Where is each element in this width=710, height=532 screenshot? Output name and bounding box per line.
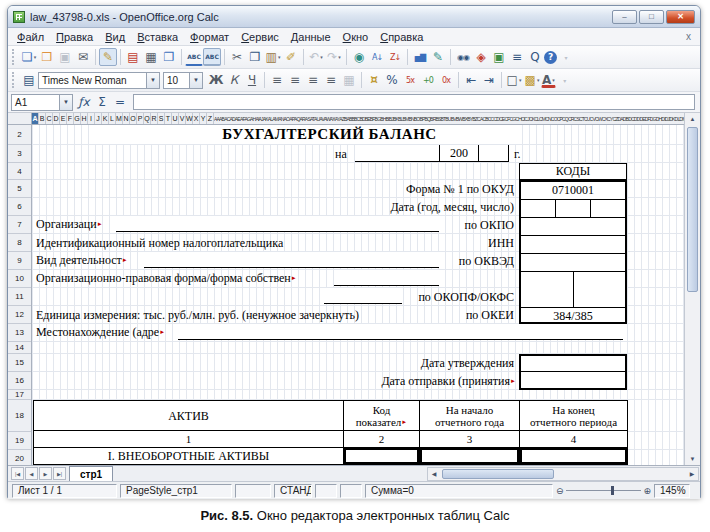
align-right-icon[interactable]: ≡ [304, 71, 322, 89]
row-header-12[interactable]: 12 [8, 306, 31, 324]
zoom-icon[interactable]: Q [526, 48, 544, 66]
row-header-20[interactable]: 20 [8, 450, 31, 465]
scroll-down-icon[interactable]: ▼ [685, 453, 700, 465]
column-header-X[interactable]: X [193, 113, 200, 124]
email-icon[interactable]: ✉ [74, 48, 92, 66]
inn-code-cell[interactable] [521, 236, 625, 254]
column-header-U[interactable]: U [172, 113, 179, 124]
location-blank-field[interactable] [178, 324, 623, 340]
increase-indent-icon[interactable]: ⇥ [480, 71, 498, 89]
font-name-combo[interactable]: Times New Roman ▼ [38, 72, 160, 89]
menu-Правка[interactable]: Правка [50, 30, 99, 44]
hyperlink-icon[interactable]: ◉ [350, 48, 368, 66]
column-header-R[interactable]: R [151, 113, 158, 124]
navigator-icon[interactable]: ◈ [472, 48, 490, 66]
last-sheet-button[interactable]: ▶| [53, 467, 66, 480]
minimize-button[interactable]: – [612, 10, 637, 24]
column-header-N[interactable]: N [123, 113, 130, 124]
menu-Вставка[interactable]: Вставка [131, 30, 184, 44]
spellcheck-icon[interactable]: ABC [185, 48, 203, 66]
previous-sheet-button[interactable]: ◀ [25, 467, 38, 480]
column-headers-extended[interactable]: AAABACADAEAFAGAHAIAJAKALAMANAOAPAQARASAT… [214, 113, 684, 124]
row-header-18[interactable]: 18 [8, 400, 31, 432]
find-replace-icon[interactable]: ◉◉ [454, 48, 472, 66]
number-format-currency-icon[interactable]: ¤ [365, 71, 383, 89]
edit-file-icon[interactable]: ✎ [99, 48, 117, 66]
sheet-tab-str1[interactable]: стр1 [69, 466, 113, 481]
background-color-icon[interactable]: ▩▾ [523, 71, 541, 89]
column-header-P[interactable]: P [137, 113, 144, 124]
row-header-2[interactable]: 2 [8, 125, 31, 145]
okud-code-cell[interactable]: 0710001 [521, 182, 625, 200]
year-cell[interactable]: 200 [439, 145, 479, 162]
row-header-5[interactable]: 5 [8, 180, 31, 198]
document-close-icon[interactable]: х [680, 31, 697, 42]
number-format-standard-icon[interactable]: 5x [401, 71, 419, 89]
date-code-cell[interactable] [521, 200, 625, 218]
italic-icon[interactable]: К [225, 71, 243, 89]
delete-decimal-icon[interactable]: 0x [437, 71, 455, 89]
help-icon[interactable]: ? [544, 51, 557, 64]
auto-spellcheck-icon[interactable]: ABC [203, 48, 221, 66]
column-header-A[interactable]: A [32, 113, 39, 124]
scroll-up-icon[interactable]: ▲ [685, 113, 700, 125]
function-wizard-icon[interactable]: ƒx [75, 93, 93, 111]
font-color-icon[interactable]: A▾ [541, 74, 556, 88]
merge-cells-icon[interactable]: ▦ [340, 71, 358, 89]
sending-date-cell[interactable] [521, 372, 625, 388]
row-header-10[interactable]: 10 [8, 270, 31, 288]
select-all-corner[interactable] [8, 113, 32, 125]
undo-icon[interactable]: ↶▾ [307, 48, 325, 66]
column-header-T[interactable]: T [165, 113, 172, 124]
page-preview-icon[interactable]: ❐ [160, 48, 178, 66]
column-header-W[interactable]: W [186, 113, 193, 124]
table-cell-code[interactable] [344, 448, 420, 465]
format-paintbrush-icon[interactable]: ✐ [282, 48, 300, 66]
row-header-3[interactable]: 3 [8, 145, 31, 163]
zoom-slider-handle[interactable] [611, 486, 614, 495]
column-header-Y[interactable]: Y [200, 113, 207, 124]
row-header-13[interactable]: 13 [8, 324, 31, 342]
year-suffix-blank[interactable] [479, 145, 509, 162]
toolbar-overflow-icon[interactable]: ▾ [557, 48, 575, 66]
align-left-icon[interactable]: ≡ [268, 71, 286, 89]
column-header-L[interactable]: L [109, 113, 116, 124]
organization-blank-field[interactable] [116, 216, 439, 232]
decrease-indent-icon[interactable]: ⇤ [462, 71, 480, 89]
open-folder-icon[interactable]: ❒ [38, 48, 56, 66]
draw-functions-icon[interactable]: ✎ [429, 48, 447, 66]
menu-Данные[interactable]: Данные [285, 30, 337, 44]
sort-descending-icon[interactable]: Z↓ [386, 48, 404, 66]
column-header-Z[interactable]: Z [207, 113, 214, 124]
sort-ascending-icon[interactable]: A↓ [368, 48, 386, 66]
okved-code-cell[interactable] [521, 254, 625, 272]
menu-Вид[interactable]: Вид [99, 30, 131, 44]
gallery-icon[interactable]: ▣ [490, 48, 508, 66]
underline-icon[interactable]: Ч [243, 71, 261, 89]
toolbar-grip[interactable] [12, 49, 16, 65]
column-header-O[interactable]: O [130, 113, 137, 124]
vertical-scroll-thumb[interactable] [687, 127, 698, 292]
paste-icon[interactable]: ▥▾ [264, 48, 282, 66]
menu-Окно[interactable]: Окно [337, 30, 375, 44]
new-document-icon[interactable]: ❏▾ [20, 48, 38, 66]
insert-chart-icon[interactable]: ▅▇ [411, 48, 429, 66]
menu-Справка[interactable]: Справка [374, 30, 429, 44]
column-header-F[interactable]: F [67, 113, 74, 124]
row-header-17[interactable]: 17 [8, 390, 31, 400]
horizontal-scroll-thumb[interactable] [442, 469, 554, 479]
column-header-G[interactable]: G [74, 113, 81, 124]
add-decimal-icon[interactable]: +0 [419, 71, 437, 89]
print-icon[interactable]: ▦ [142, 48, 160, 66]
row-header-19[interactable]: 19 [8, 432, 31, 450]
number-format-percent-icon[interactable]: % [383, 71, 401, 89]
column-header-Q[interactable]: Q [144, 113, 151, 124]
legal-form-blank-field-2[interactable] [324, 288, 402, 304]
menu-Формат[interactable]: Формат [184, 30, 235, 44]
borders-icon[interactable]: □▾ [505, 71, 523, 89]
redo-icon[interactable]: ↷▾ [325, 48, 343, 66]
column-header-K[interactable]: K [102, 113, 109, 124]
okopf-code-cell[interactable] [521, 272, 625, 308]
styles-window-icon[interactable]: ▤ [20, 71, 38, 89]
column-header-D[interactable]: D [53, 113, 60, 124]
